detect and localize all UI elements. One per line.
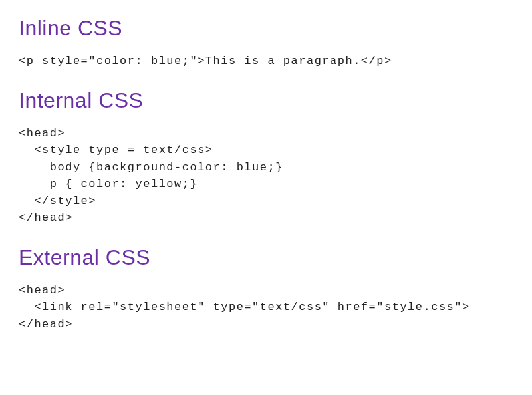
- section-inline-css: Inline CSS <p style="color: blue;">This …: [19, 16, 513, 70]
- heading-external-css: External CSS: [19, 245, 513, 270]
- code-block-inline: <p style="color: blue;">This is a paragr…: [19, 53, 513, 70]
- code-block-internal: <head> <style type = text/css> body {bac…: [19, 125, 513, 227]
- heading-internal-css: Internal CSS: [19, 88, 513, 113]
- section-external-css: External CSS <head> <link rel="styleshee…: [19, 245, 513, 333]
- heading-inline-css: Inline CSS: [19, 16, 513, 41]
- section-internal-css: Internal CSS <head> <style type = text/c…: [19, 88, 513, 227]
- code-block-external: <head> <link rel="stylesheet" type="text…: [19, 282, 513, 333]
